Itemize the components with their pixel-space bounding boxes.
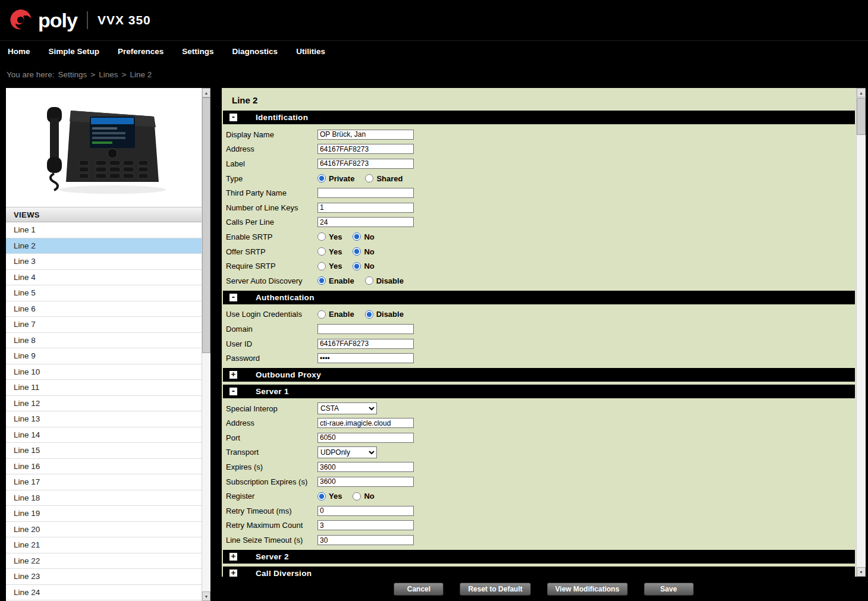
scroll-down-icon[interactable]: ▼ (202, 591, 210, 601)
collapse-icon[interactable]: - (229, 388, 237, 395)
offer-srtp-yes-radio[interactable] (317, 247, 326, 256)
sidebar-item-line-11[interactable]: Line 11 (6, 380, 202, 396)
line-seize-timeout-input[interactable] (317, 535, 414, 545)
nav-preferences[interactable]: Preferences (118, 47, 163, 56)
radio-label[interactable]: No (364, 492, 374, 501)
section-header-server-2[interactable]: + Server 2 (223, 550, 855, 564)
section-header-server-1[interactable]: - Server 1 (223, 385, 855, 398)
radio-label[interactable]: Disable (376, 310, 404, 319)
sidebar-item-line-21[interactable]: Line 21 (6, 537, 202, 553)
sidebar-item-line-15[interactable]: Line 15 (6, 443, 202, 459)
scroll-down-icon[interactable]: ▼ (857, 567, 866, 577)
use-login-credentials-disable-radio[interactable] (365, 310, 373, 319)
special-interop-select[interactable]: CSTA (317, 402, 377, 414)
sidebar-item-line-20[interactable]: Line 20 (6, 522, 202, 538)
sidebar-item-line-4[interactable]: Line 4 (6, 270, 202, 286)
sidebar-item-line-16[interactable]: Line 16 (6, 459, 202, 475)
require-srtp-no-radio[interactable] (353, 262, 361, 270)
third-party-name-input[interactable] (317, 188, 414, 198)
sidebar-item-line-2[interactable]: Line 2 (6, 238, 202, 254)
password-input[interactable] (317, 353, 414, 363)
nav-home[interactable]: Home (8, 47, 30, 56)
server-auto-discovery-disable-radio[interactable] (365, 276, 373, 285)
breadcrumb-lines-link[interactable]: Lines (99, 70, 118, 79)
server-address-input[interactable] (317, 418, 414, 428)
server-auto-discovery-enable-radio[interactable] (317, 276, 326, 285)
radio-label[interactable]: No (364, 247, 374, 256)
radio-label[interactable]: No (364, 262, 374, 270)
sidebar-scrollbar[interactable]: ▲ ▼ (202, 88, 210, 601)
reset-to-default-button[interactable]: Reset to Default (460, 583, 530, 596)
sidebar-item-line-5[interactable]: Line 5 (6, 285, 202, 301)
section-header-call-diversion[interactable]: + Call Diversion (223, 567, 855, 577)
cancel-button[interactable]: Cancel (394, 583, 444, 596)
expires-input[interactable] (317, 462, 414, 472)
breadcrumb-settings-link[interactable]: Settings (58, 70, 87, 79)
nav-settings[interactable]: Settings (182, 47, 213, 56)
sidebar-item-line-23[interactable]: Line 23 (6, 569, 202, 585)
offer-srtp-no-radio[interactable] (353, 247, 361, 256)
sidebar-item-line-8[interactable]: Line 8 (6, 333, 202, 349)
scroll-up-icon[interactable]: ▲ (202, 88, 210, 97)
sidebar-item-line-10[interactable]: Line 10 (6, 364, 202, 380)
radio-label[interactable]: Disable (376, 276, 404, 285)
collapse-icon[interactable]: - (229, 294, 237, 301)
save-button[interactable]: Save (644, 583, 694, 596)
sidebar-item-line-18[interactable]: Line 18 (6, 490, 202, 506)
enable-srtp-no-radio[interactable] (353, 232, 361, 241)
retry-timeout-input[interactable] (317, 506, 414, 516)
transport-select[interactable]: UDPOnly (317, 446, 377, 458)
sidebar-item-line-9[interactable]: Line 9 (6, 348, 202, 364)
user-id-input[interactable] (317, 339, 414, 349)
expand-icon[interactable]: + (229, 553, 237, 561)
radio-label[interactable]: Enable (329, 310, 354, 319)
section-header-outbound-proxy[interactable]: + Outbound Proxy (223, 368, 855, 382)
breadcrumb-current[interactable]: Line 2 (130, 70, 152, 79)
expand-icon[interactable]: + (229, 569, 237, 577)
address-input[interactable] (317, 144, 414, 154)
radio-label[interactable]: No (364, 232, 374, 241)
calls-per-line-input[interactable] (317, 217, 414, 227)
use-login-credentials-enable-radio[interactable] (317, 310, 326, 319)
port-input[interactable] (317, 433, 414, 443)
section-header-identification[interactable]: - Identification (223, 111, 855, 124)
number-of-line-keys-input[interactable] (317, 203, 414, 213)
sidebar-item-line-7[interactable]: Line 7 (6, 317, 202, 333)
sidebar-item-line-22[interactable]: Line 22 (6, 553, 202, 569)
sidebar-item-line-13[interactable]: Line 13 (6, 411, 202, 427)
section-header-authentication[interactable]: - Authentication (223, 291, 855, 304)
type-private-radio[interactable] (317, 174, 326, 182)
collapse-icon[interactable]: - (229, 114, 237, 121)
register-no-radio[interactable] (353, 492, 361, 501)
sidebar-item-line-14[interactable]: Line 14 (6, 427, 202, 443)
scroll-up-icon[interactable]: ▲ (857, 88, 866, 97)
sidebar-scrollbar-thumb[interactable] (202, 97, 210, 353)
nav-simple-setup[interactable]: Simple Setup (49, 47, 100, 56)
radio-label[interactable]: Private (329, 174, 354, 183)
nav-utilities[interactable]: Utilities (296, 47, 325, 56)
subscription-expires-input[interactable] (317, 477, 414, 487)
sidebar-item-line-12[interactable]: Line 12 (6, 396, 202, 412)
expand-icon[interactable]: + (229, 371, 237, 379)
require-srtp-yes-radio[interactable] (317, 262, 326, 270)
sidebar-item-line-1[interactable]: Line 1 (6, 222, 202, 238)
nav-diagnostics[interactable]: Diagnostics (232, 47, 278, 56)
main-scrollbar[interactable]: ▲ ▼ (856, 88, 866, 577)
main-scrollbar-thumb[interactable] (857, 98, 866, 135)
sidebar-item-line-19[interactable]: Line 19 (6, 506, 202, 522)
enable-srtp-yes-radio[interactable] (317, 232, 326, 241)
radio-label[interactable]: Enable (329, 276, 354, 285)
label-input[interactable] (317, 159, 414, 169)
radio-label[interactable]: Yes (329, 492, 342, 501)
type-shared-radio[interactable] (365, 174, 373, 182)
radio-label[interactable]: Yes (329, 262, 342, 270)
sidebar-item-line-3[interactable]: Line 3 (6, 254, 202, 270)
view-modifications-button[interactable]: View Modifications (547, 583, 628, 596)
sidebar-item-line-24[interactable]: Line 24 (6, 585, 202, 601)
sidebar-item-line-17[interactable]: Line 17 (6, 474, 202, 490)
sidebar-item-line-6[interactable]: Line 6 (6, 301, 202, 317)
register-yes-radio[interactable] (317, 492, 326, 501)
radio-label[interactable]: Shared (376, 174, 402, 183)
display-name-input[interactable] (317, 130, 414, 140)
retry-maximum-count-input[interactable] (317, 520, 414, 530)
